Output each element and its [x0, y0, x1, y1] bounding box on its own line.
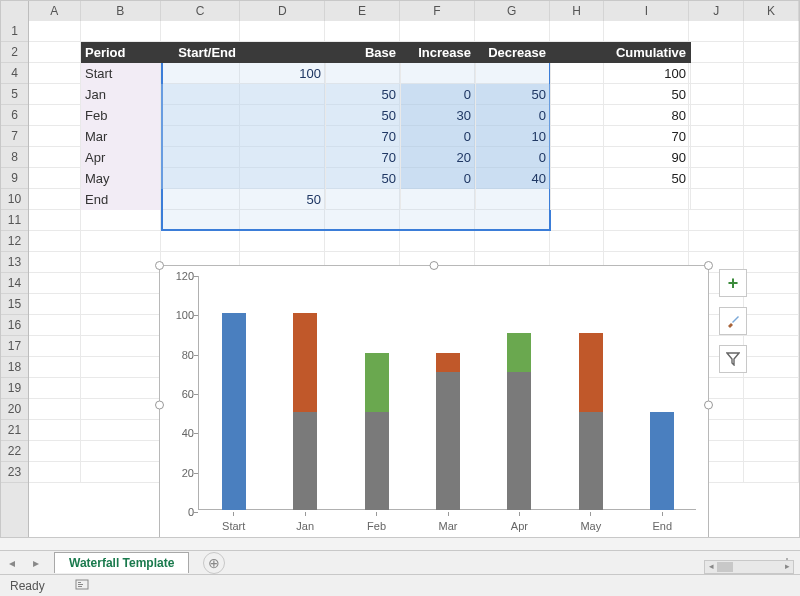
cell[interactable] — [744, 441, 799, 462]
cell-cumulative[interactable]: 90 — [606, 147, 691, 168]
cell[interactable] — [689, 42, 744, 63]
cell[interactable] — [744, 399, 799, 420]
cell[interactable] — [744, 357, 799, 378]
row-header[interactable]: 6 — [1, 105, 28, 126]
cell[interactable] — [744, 231, 799, 252]
cell[interactable] — [29, 42, 81, 63]
cell[interactable] — [29, 126, 81, 147]
column-header[interactable]: H — [550, 1, 605, 21]
cell-period[interactable]: Mar — [81, 126, 161, 147]
cell-start-end[interactable] — [161, 105, 326, 126]
cell[interactable] — [29, 231, 81, 252]
row-header[interactable]: 2 — [1, 42, 28, 63]
row-header[interactable]: 10 — [1, 189, 28, 210]
row-header[interactable]: 23 — [1, 462, 28, 483]
cell[interactable] — [744, 210, 799, 231]
chart-handle[interactable] — [155, 401, 164, 410]
cell[interactable] — [29, 357, 81, 378]
chart-handle[interactable] — [155, 261, 164, 270]
column-header[interactable]: K — [744, 1, 799, 21]
row-header[interactable]: 17 — [1, 336, 28, 357]
cell-base[interactable]: 50 — [326, 105, 401, 126]
row-header[interactable]: 20 — [1, 399, 28, 420]
row-header[interactable]: 16 — [1, 315, 28, 336]
cell[interactable] — [604, 21, 689, 42]
cell[interactable] — [744, 42, 799, 63]
chart-styles-button[interactable] — [719, 307, 747, 335]
cell[interactable] — [744, 21, 799, 42]
cell[interactable] — [744, 126, 799, 147]
row-header[interactable]: 5 — [1, 84, 28, 105]
embedded-chart[interactable]: 020406080100120StartJanFebMarAprMayEnd — [159, 265, 709, 537]
scroll-thumb[interactable] — [717, 562, 733, 572]
cell[interactable] — [29, 315, 81, 336]
row-header[interactable]: 19 — [1, 378, 28, 399]
cell-start-end[interactable] — [161, 126, 326, 147]
cell[interactable] — [29, 189, 81, 210]
table-header-cell[interactable]: Decrease — [476, 42, 551, 63]
cell[interactable] — [689, 126, 744, 147]
cell-base[interactable]: 50 — [326, 168, 401, 189]
cell[interactable] — [550, 126, 605, 147]
cell[interactable] — [29, 420, 81, 441]
bar-segment[interactable] — [579, 412, 603, 510]
cell[interactable] — [29, 336, 81, 357]
cell-increase[interactable]: 0 — [401, 84, 476, 105]
cell[interactable] — [81, 336, 161, 357]
row-header[interactable]: 14 — [1, 273, 28, 294]
cell[interactable] — [81, 357, 161, 378]
cell-decrease[interactable]: 50 — [476, 84, 551, 105]
cell[interactable] — [29, 399, 81, 420]
bar-segment[interactable] — [650, 412, 674, 510]
horizontal-scrollbar[interactable]: ◂ ▸ — [704, 560, 794, 574]
row-header[interactable]: 1 — [1, 21, 28, 42]
cell[interactable] — [240, 231, 325, 252]
cell-start-end[interactable]: 100 — [161, 63, 326, 84]
cell-cumulative[interactable]: 50 — [606, 168, 691, 189]
cell-decrease[interactable]: 0 — [476, 147, 551, 168]
cell-cumulative[interactable]: 80 — [606, 105, 691, 126]
cell-grid[interactable]: 020406080100120StartJanFebMarAprMayEnd + — [29, 21, 799, 537]
row-header[interactable]: 21 — [1, 420, 28, 441]
cell[interactable] — [81, 420, 161, 441]
cell-cumulative[interactable] — [606, 189, 691, 210]
column-header[interactable]: J — [689, 1, 744, 21]
cell[interactable] — [689, 105, 744, 126]
bar-segment[interactable] — [507, 333, 531, 372]
cell[interactable] — [29, 378, 81, 399]
select-all-corner[interactable] — [1, 1, 29, 21]
column-header[interactable]: C — [161, 1, 241, 21]
cell[interactable] — [744, 315, 799, 336]
cell-decrease[interactable]: 10 — [476, 126, 551, 147]
table-header-cell[interactable]: Base — [326, 42, 401, 63]
bar-segment[interactable] — [365, 412, 389, 510]
cell[interactable] — [550, 63, 605, 84]
bar-segment[interactable] — [436, 372, 460, 510]
cell-decrease[interactable]: 40 — [476, 168, 551, 189]
cell[interactable] — [81, 462, 161, 483]
cell-increase[interactable] — [401, 63, 476, 84]
cell[interactable] — [400, 231, 475, 252]
bar-segment[interactable] — [579, 333, 603, 412]
column-header[interactable]: A — [29, 1, 81, 21]
bar-stack[interactable] — [222, 313, 246, 510]
cell[interactable] — [81, 294, 161, 315]
cell[interactable] — [29, 252, 81, 273]
bar-segment[interactable] — [222, 313, 246, 510]
cell[interactable] — [744, 105, 799, 126]
cell[interactable] — [550, 21, 605, 42]
cell[interactable] — [240, 21, 325, 42]
cell[interactable] — [689, 189, 744, 210]
cell-period[interactable]: Jan — [81, 84, 161, 105]
chart-filters-button[interactable] — [719, 345, 747, 373]
table-header-cell[interactable]: Cumulative — [606, 42, 691, 63]
table-header-cell[interactable]: Increase — [401, 42, 476, 63]
cell-decrease[interactable] — [476, 63, 551, 84]
cell[interactable] — [744, 147, 799, 168]
cell[interactable] — [744, 336, 799, 357]
cell[interactable] — [81, 399, 161, 420]
cell[interactable] — [604, 210, 689, 231]
cell[interactable] — [550, 84, 605, 105]
cell[interactable] — [29, 105, 81, 126]
cell[interactable] — [29, 441, 81, 462]
